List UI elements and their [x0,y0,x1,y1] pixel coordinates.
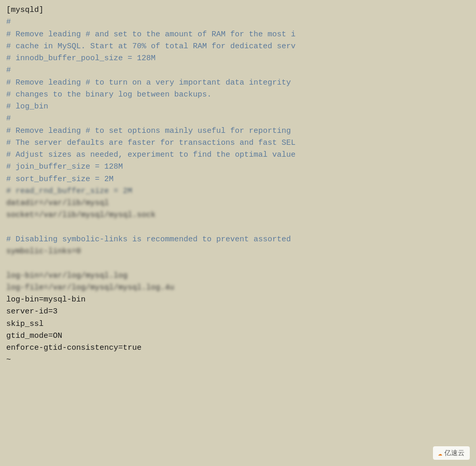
line-comment-11: # The server defaults are faster for tra… [6,137,470,149]
line-comment-1: # [6,16,470,28]
line-enforce-gtid: enforce-gtid-consistency=true [6,342,470,354]
line-comment-2: # Remove leading # and set to the amount… [6,29,470,40]
line-comment-13: # join_buffer_size = 128M [6,161,470,173]
line-comment-5: # [6,64,470,76]
line-comment-10: # Remove leading # to set options mainly… [6,125,470,137]
line-comment-3: # cache in MySQL. Start at 70% of total … [6,40,470,52]
watermark-text: 亿速云 [444,448,465,458]
line-blurred-5: log-bin=/var/log/mysql.log [6,270,470,282]
line-empty-1 [6,222,470,234]
line-blurred-4: symbolic-links=0 [6,245,470,257]
line-comment-7: # changes to the binary log between back… [6,89,470,101]
line-tilde: ~ [6,354,470,366]
line-comment-15: # Disabling symbolic-links is recommende… [6,234,470,245]
line-blurred-6: log-file=/var/log/mysql/mysql.log.4u [6,282,470,294]
line-comment-8: # log_bin [6,101,470,113]
line-comment-4: # innodb_buffer_pool_size = 128M [6,52,470,64]
line-empty-2 [6,257,470,269]
line-skipssl: skip_ssl [6,318,470,330]
line-blurred-3: socket=/var/lib/mysql/mysql.sock [6,209,470,221]
watermark-icon: ☁ [438,449,442,458]
line-comment-9: # [6,113,470,125]
line-logbin: log-bin=mysql-bin [6,294,470,306]
editor-area: [mysqld] # # Remove leading # and set to… [0,0,476,466]
line-gtid: gtid_mode=ON [6,330,470,342]
line-blurred-2: datadir=/var/lib/mysql [6,197,470,209]
line-comment-12: # Adjust sizes as needed, experiment to … [6,149,470,161]
line-comment-6: # Remove leading # to turn on a very imp… [6,77,470,89]
line-mysqld: [mysqld] [6,4,470,16]
line-serverid: server-id=3 [6,306,470,318]
line-blurred-1: # read_rnd_buffer_size = 2M [6,185,470,197]
watermark: ☁ 亿速云 [433,446,470,460]
line-comment-14: # sort_buffer_size = 2M [6,173,470,185]
